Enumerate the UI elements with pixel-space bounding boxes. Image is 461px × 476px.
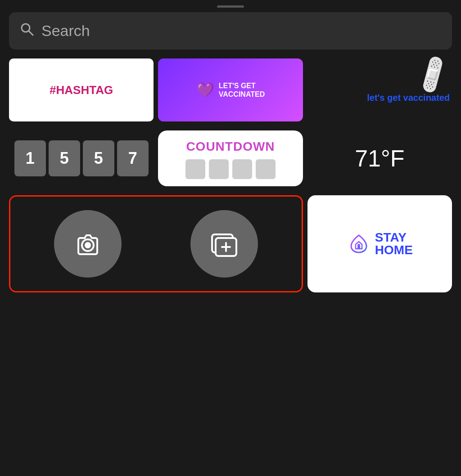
countdown-label: COUNTDOWN <box>186 139 275 154</box>
weather-value: 71°F <box>355 145 404 172</box>
search-bar[interactable]: Search <box>9 12 452 49</box>
vaccinated-sticker[interactable]: 💜 LET'S GET VACCINATED <box>158 58 303 121</box>
bottom-section: STAY HOME <box>9 195 452 292</box>
camera-icon <box>72 228 104 260</box>
hashtag-sticker[interactable]: #HASHTAG <box>9 58 154 121</box>
camera-selection-area <box>9 195 303 292</box>
lets-get-vaccinated-text: let's get vaccinated <box>367 92 450 103</box>
vaccinated-text: LET'S GET VACCINATED <box>219 81 265 99</box>
countdown-tile-1 <box>185 159 205 179</box>
camera-button[interactable] <box>54 210 122 278</box>
clock-digit-2: 5 <box>49 140 80 176</box>
countdown-sticker[interactable]: COUNTDOWN <box>158 130 303 186</box>
countdown-tile-4 <box>256 159 276 179</box>
stay-home-icon <box>347 232 371 256</box>
clock-digit-4: 7 <box>117 140 149 176</box>
search-icon <box>20 22 34 40</box>
search-placeholder: Search <box>41 22 90 40</box>
countdown-tiles <box>185 159 276 179</box>
stay-home-text: STAY HOME <box>375 231 413 256</box>
sticker-grid-row2: 1 5 5 7 COUNTDOWN 71°F <box>0 130 461 186</box>
svg-point-3 <box>85 242 91 248</box>
bandaid-sticker[interactable]: 🩹 let's get vaccinated <box>307 58 452 121</box>
add-media-button[interactable] <box>190 210 258 278</box>
add-media-icon <box>208 228 240 260</box>
countdown-tile-2 <box>209 159 229 179</box>
clock-digit-1: 1 <box>14 140 46 176</box>
hashtag-label: #HASHTAG <box>50 83 113 97</box>
svg-point-9 <box>357 244 360 247</box>
clock-digit-3: 5 <box>83 140 114 176</box>
sticker-grid-row1: #HASHTAG 💜 LET'S GET VACCINATED 🩹 let's … <box>0 58 461 121</box>
heart-icon: 💜 <box>196 81 214 99</box>
stay-home-sticker[interactable]: STAY HOME <box>307 195 452 292</box>
svg-line-1 <box>29 31 33 35</box>
bandaid-icon: 🩹 <box>410 52 455 97</box>
countdown-tile-3 <box>232 159 252 179</box>
clock-sticker[interactable]: 1 5 5 7 <box>9 130 154 186</box>
top-handle <box>217 5 244 8</box>
weather-sticker[interactable]: 71°F <box>307 130 452 186</box>
